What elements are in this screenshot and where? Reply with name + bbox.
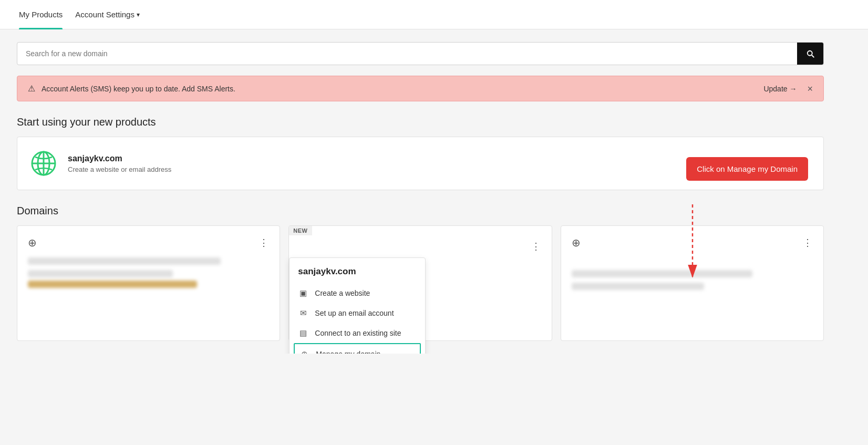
domain-globe-icon-3: ⊕	[572, 236, 581, 249]
domain-blurred-name-1	[28, 257, 221, 265]
chevron-down-icon: ▾	[137, 11, 140, 18]
my-products-label: My Products	[19, 10, 63, 19]
manage-domain-label: Manage my domain	[316, 350, 380, 354]
domain-card-3-header: ⊕ ⋮	[572, 236, 813, 249]
domain-menu-dots-1[interactable]: ⋮	[259, 237, 269, 249]
product-info: sanjaykv.com Create a website or email a…	[68, 154, 171, 173]
warning-icon: ⚠	[28, 84, 35, 94]
domains-section-title: Domains	[17, 205, 824, 217]
alert-banner: ⚠ Account Alerts (SMS) keep you up to da…	[17, 76, 824, 101]
domain-blurred-name-3	[572, 270, 753, 277]
globe-manage-icon: ⊕	[299, 349, 309, 354]
product-name: sanjaykv.com	[68, 154, 171, 163]
connect-icon: ▤	[298, 328, 308, 338]
domain-globe-icon-1: ⊕	[28, 236, 37, 249]
alert-text: Account Alerts (SMS) keep you up to date…	[42, 85, 763, 93]
create-website-label: Create a website	[315, 289, 370, 297]
start-section-title: Start using your new products	[17, 116, 824, 128]
nav-my-products[interactable]: My Products	[13, 0, 69, 29]
domain-card-3: ⊕ ⋮	[561, 225, 824, 341]
domain-blurred-sub-3	[572, 283, 705, 290]
top-navigation: My Products Account Settings ▾	[0, 0, 868, 29]
connect-label: Connect to an existing site	[315, 329, 401, 337]
alert-close-button[interactable]: ×	[807, 84, 813, 94]
dropdown-item-manage-domain[interactable]: ⊕ Manage my domain	[294, 343, 421, 354]
email-icon: ✉	[298, 308, 308, 318]
search-icon	[805, 49, 815, 58]
account-settings-label: Account Settings	[75, 10, 135, 19]
domain-blurred-sub-1	[28, 270, 173, 277]
search-button[interactable]	[797, 43, 823, 65]
domain-menu-dots-3[interactable]: ⋮	[803, 237, 813, 249]
nav-account-settings[interactable]: Account Settings ▾	[69, 0, 146, 29]
new-badge: NEW	[289, 226, 312, 235]
create-website-icon: ▣	[298, 288, 308, 298]
domain-card-1: ⊕ ⋮	[17, 225, 280, 341]
product-subtitle: Create a website or email address	[68, 165, 171, 173]
dropdown-item-create-website[interactable]: ▣ Create a website	[290, 283, 425, 303]
dropdown-domain-name: sanjaykv.com	[290, 262, 425, 283]
alert-update-button[interactable]: Update →	[763, 85, 797, 93]
domains-grid: ⊕ ⋮ NEW ⋮ sanjaykv.com ▣ Create a websit…	[17, 225, 824, 341]
search-bar	[17, 42, 824, 65]
email-label: Set up an email account	[315, 309, 394, 317]
main-content: ⚠ Account Alerts (SMS) keep you up to da…	[0, 29, 841, 354]
domain-menu-dots-2[interactable]: ⋮	[531, 241, 541, 252]
dropdown-item-email[interactable]: ✉ Set up an email account	[290, 303, 425, 323]
globe-icon	[30, 150, 57, 177]
domain-card-2: NEW ⋮ sanjaykv.com ▣ Create a website ✉ …	[288, 225, 552, 341]
product-card: sanjaykv.com Create a website or email a…	[17, 137, 824, 190]
dropdown-menu: sanjaykv.com ▣ Create a website ✉ Set up…	[289, 257, 426, 354]
dropdown-item-connect[interactable]: ▤ Connect to an existing site	[290, 323, 425, 343]
domain-card-1-header: ⊕ ⋮	[28, 236, 269, 249]
domain-card-2-header: ⋮	[299, 241, 541, 252]
search-input[interactable]	[17, 43, 797, 64]
domain-blurred-badge-1	[28, 281, 197, 288]
